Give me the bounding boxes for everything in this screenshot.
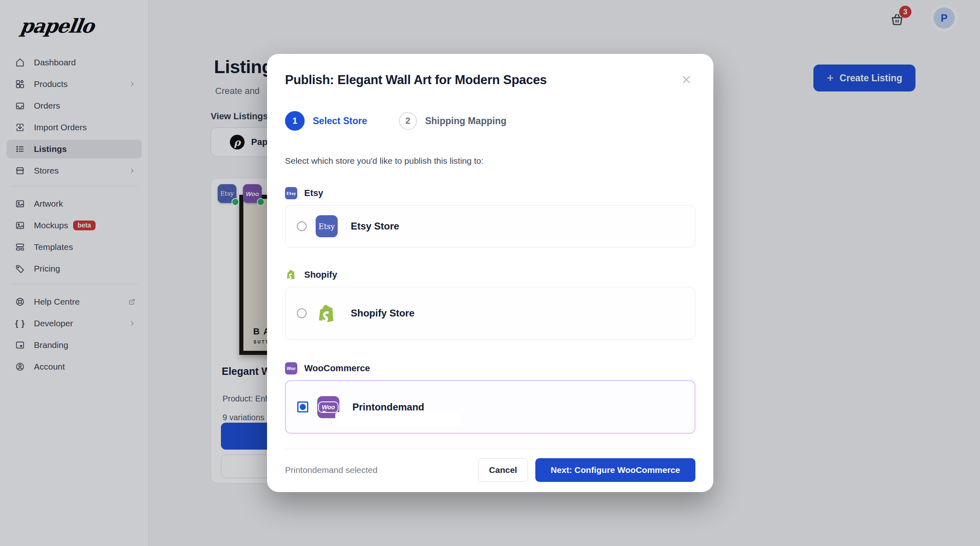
step-2-label: Shipping Mapping	[425, 116, 506, 127]
store-option-shopify[interactable]: Shopify Store	[285, 287, 695, 340]
modal-footer-divider	[285, 449, 695, 449]
radio-shopify-store[interactable]	[297, 308, 307, 318]
store-name: Etsy Store	[351, 221, 399, 232]
radio-etsy-store[interactable]	[297, 221, 307, 231]
modal-instruction: Select which store you'd like to publish…	[285, 156, 695, 166]
radio-dot	[300, 404, 306, 410]
step-1-label: Select Store	[313, 116, 367, 127]
step-1-circle: 1	[285, 111, 305, 131]
group-label-shopify: Shopify	[285, 269, 695, 281]
group-label-woocommerce: Woo WooCommerce	[285, 362, 695, 374]
group-label-etsy: Etsy Etsy	[285, 187, 695, 199]
close-icon	[680, 74, 693, 86]
next-configure-button[interactable]: Next: Configure WooCommerce	[535, 458, 695, 482]
store-name: Printondemand	[352, 401, 424, 413]
store-name: Shopify Store	[351, 308, 414, 319]
step-indicator: 1 Select Store 2 Shipping Mapping	[285, 111, 695, 131]
shopify-store-icon	[316, 302, 338, 324]
publish-modal: Publish: Elegant Wall Art for Modern Spa…	[267, 54, 713, 492]
group-name: Shopify	[304, 270, 337, 280]
woo-bubble-icon: Woo	[318, 401, 339, 413]
step-2-circle: 2	[399, 112, 417, 130]
store-option-printondemand[interactable]: Woo Printondemand	[285, 380, 695, 434]
cancel-button[interactable]: Cancel	[478, 458, 528, 482]
shopify-mini-icon	[285, 269, 297, 281]
etsy-store-icon: Etsy	[316, 215, 338, 237]
modal-footer: Printondemand selected Cancel Next: Conf…	[285, 458, 695, 482]
etsy-mini-icon: Etsy	[285, 187, 297, 199]
modal-header: Publish: Elegant Wall Art for Modern Spa…	[285, 54, 695, 87]
close-button[interactable]	[679, 73, 694, 87]
modal-title: Publish: Elegant Wall Art for Modern Spa…	[285, 73, 547, 87]
woo-mini-icon: Woo	[285, 362, 297, 374]
group-name: Etsy	[304, 188, 323, 198]
radio-printondemand-selected[interactable]	[297, 401, 308, 412]
group-name: WooCommerce	[304, 363, 370, 374]
store-url-skeleton	[335, 412, 462, 427]
store-option-etsy[interactable]: Etsy Etsy Store	[285, 205, 695, 247]
selection-status: Printondemand selected	[285, 465, 377, 475]
